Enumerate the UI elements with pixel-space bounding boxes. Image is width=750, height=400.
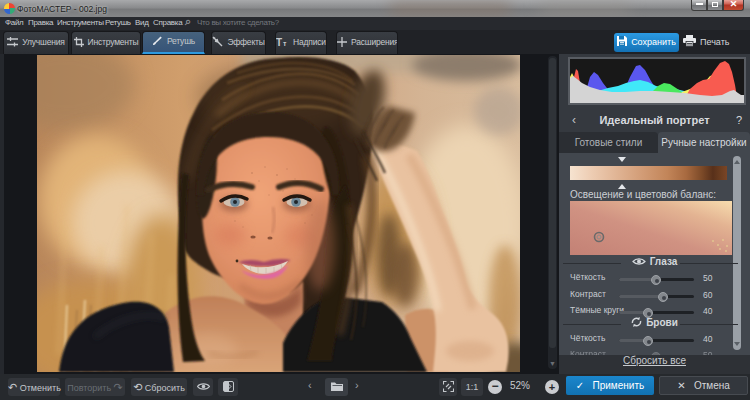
svg-text:T: T xyxy=(276,37,282,47)
svg-text:т: т xyxy=(283,40,287,47)
